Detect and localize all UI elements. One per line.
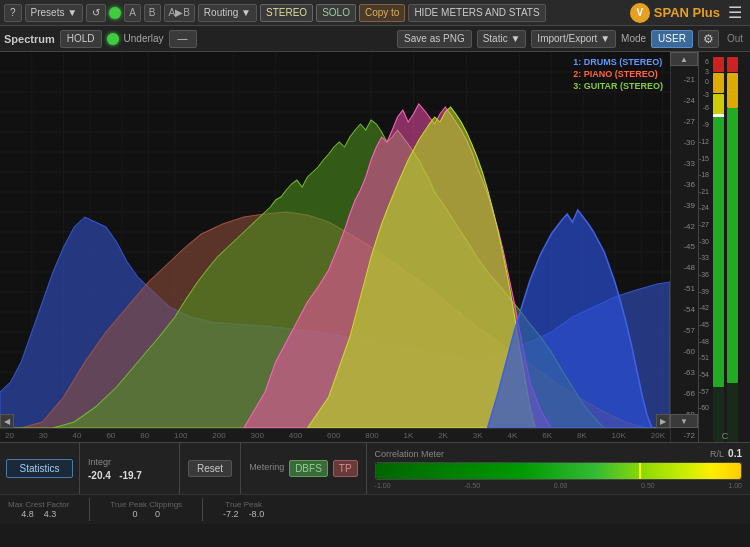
svg-rect-67 bbox=[727, 108, 738, 383]
svg-rect-61 bbox=[713, 114, 724, 117]
svg-text:-27: -27 bbox=[699, 221, 709, 228]
power-led bbox=[109, 7, 121, 19]
integr-value: -20.4 -19.7 bbox=[88, 470, 171, 481]
statistics-tab[interactable]: Statistics bbox=[6, 459, 73, 478]
true-peak-clip-label: True Peak Clippings bbox=[110, 500, 182, 509]
a-button[interactable]: A bbox=[124, 4, 141, 22]
svg-text:-51: -51 bbox=[699, 354, 709, 361]
rl-value: 0.1 bbox=[728, 448, 742, 459]
svg-text:-9: -9 bbox=[703, 121, 709, 128]
stats-bar: Statistics Integr -20.4 -19.7 Reset Mete… bbox=[0, 442, 750, 494]
mode-label: Mode bbox=[621, 33, 646, 44]
db-down-button[interactable]: ▼ bbox=[670, 414, 698, 428]
vu-meter: 6 3 0 -3 -6 -9 -12 -15 -18 -21 -24 -27 -… bbox=[698, 52, 750, 442]
true-peak-item: True Peak -7.2 -8.0 bbox=[223, 500, 264, 519]
rl-label: R/L bbox=[710, 449, 724, 459]
svg-text:-24: -24 bbox=[699, 204, 709, 211]
hold-button[interactable]: HOLD bbox=[60, 30, 102, 48]
svg-text:-39: -39 bbox=[699, 288, 709, 295]
svg-rect-59 bbox=[713, 57, 724, 72]
svg-text:-33: -33 bbox=[699, 254, 709, 261]
legend-item-piano: 2: PIANO (STEREO) bbox=[573, 69, 663, 79]
svg-rect-62 bbox=[713, 94, 724, 114]
copy-to-button[interactable]: Copy to bbox=[359, 4, 405, 22]
legend-item-guitar: 3: GUITAR (STEREO) bbox=[573, 81, 663, 91]
gear-button[interactable]: ⚙ bbox=[698, 30, 719, 48]
svg-text:6: 6 bbox=[705, 58, 709, 65]
svg-rect-65 bbox=[727, 57, 738, 72]
reset-button[interactable]: Reset bbox=[188, 460, 232, 477]
max-crest-value: 4.8 4.3 bbox=[21, 509, 56, 519]
svg-rect-68 bbox=[727, 383, 738, 442]
spectrum-display[interactable]: 1: DRUMS (STEREO) 2: PIANO (STEREO) 3: G… bbox=[0, 52, 698, 442]
correlation-bar bbox=[375, 462, 742, 480]
dash-button[interactable]: — bbox=[169, 30, 197, 48]
svg-text:-30: -30 bbox=[699, 238, 709, 245]
true-peak-label: True Peak bbox=[225, 500, 262, 509]
solo-button[interactable]: SOLO bbox=[316, 4, 356, 22]
tp-button[interactable]: TP bbox=[333, 460, 358, 477]
db-up-button[interactable]: ▲ bbox=[670, 52, 698, 66]
integr-label: Integr bbox=[88, 457, 171, 467]
menu-button[interactable]: ☰ bbox=[724, 3, 746, 22]
spectrum-label: Spectrum bbox=[4, 33, 55, 45]
dbfs-button[interactable]: DBFS bbox=[289, 460, 328, 477]
stereo-button[interactable]: STEREO bbox=[260, 4, 313, 22]
metering-section: Metering DBFS TP bbox=[241, 443, 366, 494]
vu-meter-svg: 6 3 0 -3 -6 -9 -12 -15 -18 -21 -24 -27 -… bbox=[699, 52, 750, 442]
routing-button[interactable]: Routing ▼ bbox=[198, 4, 257, 22]
legend: 1: DRUMS (STEREO) 2: PIANO (STEREO) 3: G… bbox=[573, 57, 663, 91]
true-peak-clip-item: True Peak Clippings 0 0 bbox=[110, 500, 182, 519]
svg-text:-54: -54 bbox=[699, 371, 709, 378]
correlation-tick bbox=[639, 463, 641, 479]
svg-rect-63 bbox=[713, 117, 724, 387]
metering-label: Metering bbox=[249, 462, 284, 472]
hold-led bbox=[107, 33, 119, 45]
svg-text:-60: -60 bbox=[699, 404, 709, 411]
db-scale: ▲ -18 -21 -24 -27 -30 -33 -36 -39 -42 -4… bbox=[670, 52, 698, 442]
legend-item-drums: 1: DRUMS (STEREO) bbox=[573, 57, 663, 67]
nav-left-button[interactable]: ◀ bbox=[0, 414, 14, 428]
correlation-scale-labels: -1.00 -0.50 0.00 0.50 1.00 bbox=[375, 482, 742, 489]
main-area: 1: DRUMS (STEREO) 2: PIANO (STEREO) 3: G… bbox=[0, 52, 750, 442]
user-mode-button[interactable]: USER bbox=[651, 30, 693, 48]
correlation-section: Correlation Meter R/L 0.1 -1.00 -0.50 0.… bbox=[367, 443, 750, 494]
svg-text:-48: -48 bbox=[699, 338, 709, 345]
svg-rect-60 bbox=[713, 73, 724, 93]
stat-divider-2 bbox=[202, 498, 203, 521]
out-label: Out bbox=[724, 33, 746, 44]
freq-labels: 20 30 40 60 80 100 200 300 400 600 800 1… bbox=[0, 428, 670, 442]
svg-text:-15: -15 bbox=[699, 155, 709, 162]
nav-right-button[interactable]: ▶ bbox=[656, 414, 670, 428]
svg-rect-66 bbox=[727, 73, 738, 108]
logo-area: V SPAN Plus ☰ bbox=[630, 3, 746, 23]
save-png-button[interactable]: Save as PNG bbox=[397, 30, 472, 48]
import-export-button[interactable]: Import/Export ▼ bbox=[531, 30, 616, 48]
logo-icon: V bbox=[630, 3, 650, 23]
svg-text:-6: -6 bbox=[703, 104, 709, 111]
presets-button[interactable]: Presets ▼ bbox=[25, 4, 84, 22]
true-peak-value: -7.2 -8.0 bbox=[223, 509, 264, 519]
b-button[interactable]: B bbox=[144, 4, 161, 22]
svg-text:3: 3 bbox=[705, 68, 709, 75]
reset-section: Reset bbox=[180, 443, 241, 494]
static-button[interactable]: Static ▼ bbox=[477, 30, 527, 48]
underlay-label: Underlay bbox=[124, 33, 164, 44]
logo-text: SPAN Plus bbox=[654, 5, 720, 20]
spectrum-svg bbox=[0, 52, 670, 428]
presets-label: Presets bbox=[31, 7, 65, 18]
true-peak-clip-value: 0 0 bbox=[132, 509, 160, 519]
svg-text:-21: -21 bbox=[699, 188, 709, 195]
routing-label: Routing bbox=[204, 7, 238, 18]
svg-text:C: C bbox=[722, 431, 729, 441]
svg-text:-3: -3 bbox=[703, 91, 709, 98]
help-button[interactable]: ? bbox=[4, 4, 22, 22]
svg-text:-12: -12 bbox=[699, 138, 709, 145]
correlation-label: Correlation Meter bbox=[375, 449, 445, 459]
hide-meters-button[interactable]: HIDE METERS AND STATS bbox=[408, 4, 545, 22]
ab-button[interactable]: A▶B bbox=[164, 4, 195, 22]
undo-button[interactable]: ↺ bbox=[86, 4, 106, 22]
stat-divider-1 bbox=[89, 498, 90, 521]
svg-text:-42: -42 bbox=[699, 304, 709, 311]
max-crest-item: Max Crest Factor 4.8 4.3 bbox=[8, 500, 69, 519]
